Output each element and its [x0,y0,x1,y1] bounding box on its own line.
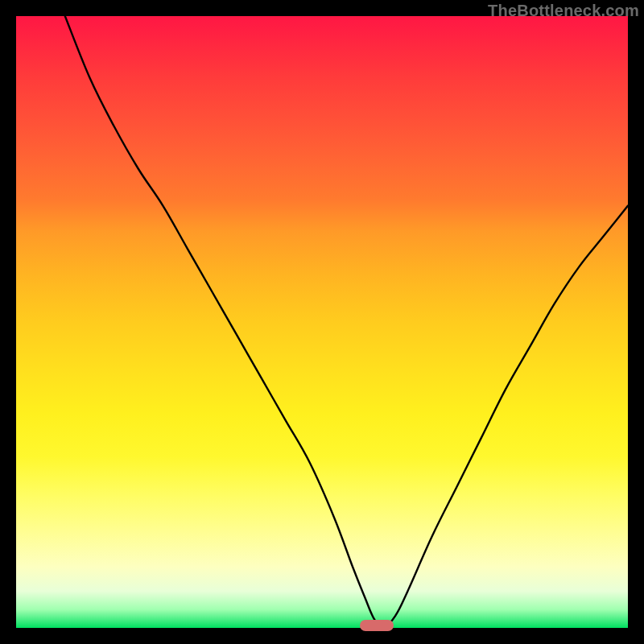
watermark-text: TheBottleneck.com [488,2,639,20]
plot-area [16,16,628,628]
optimum-marker [360,620,394,631]
chart-container: TheBottleneck.com [0,0,644,644]
